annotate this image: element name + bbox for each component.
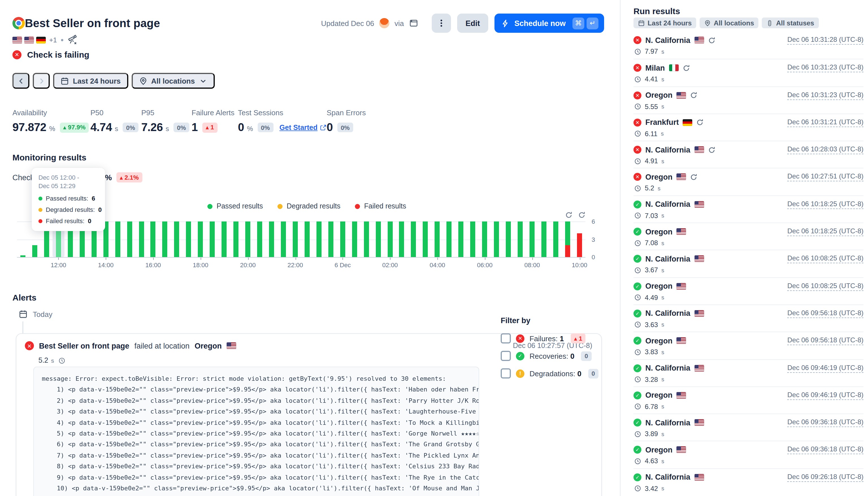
run-result-row[interactable]: ✓ N. California Dec 06 09:36:18 (UTC-8) … [634,414,864,441]
chart-bar-slot[interactable] [408,221,420,257]
run-timestamp-link[interactable]: Dec 06 10:18:25 (UTC-8) [788,227,864,236]
chart-bar-slot[interactable] [337,221,348,257]
run-timestamp-link[interactable]: Dec 06 10:27:51 (UTC-8) [788,173,864,182]
chart-bar-slot[interactable] [348,221,360,257]
chart-bar-slot[interactable] [360,221,372,257]
run-result-row[interactable]: ✕ Oregon Dec 06 10:27:51 (UTC-8) 5.2 s [634,168,864,196]
run-result-row[interactable]: ✕ Milan Dec 06 10:31:23 (UTC-8) 4.41 s [634,59,864,87]
run-result-row[interactable]: ✕ N. California Dec 06 10:28:03 (UTC-8) … [634,141,864,168]
run-timestamp-link[interactable]: Dec 06 09:26:18 (UTC-8) [788,473,864,482]
chart-bar-slot[interactable] [135,221,147,257]
get-started-link[interactable]: Get Started [279,123,327,131]
locations-filter-button[interactable]: All locations [131,73,215,89]
chart-bar-slot[interactable] [467,221,479,257]
chart-bar-slot[interactable] [455,221,467,257]
previous-range-button[interactable] [12,73,29,89]
chart-bar-slot[interactable] [562,221,574,257]
passed-status-icon: ✓ [634,364,641,372]
run-result-row[interactable]: ✓ Oregon Dec 06 09:46:19 (UTC-8) 6.78 s [634,386,864,414]
passed-status-icon: ✓ [634,201,641,208]
chart-bar-slot[interactable] [396,221,408,257]
run-timestamp-link[interactable]: Dec 06 10:31:23 (UTC-8) [788,64,864,73]
run-timestamp-link[interactable]: Dec 06 09:56:18 (UTC-8) [788,337,864,345]
run-duration: 3.89 [645,430,658,438]
chart-bar-slot[interactable] [159,221,171,257]
chart-bar-slot[interactable] [301,221,313,257]
run-location: Oregon [645,391,672,400]
chart-bar-slot[interactable] [289,221,301,257]
edit-button[interactable]: Edit [457,14,488,33]
chart-bar-slot[interactable] [242,221,254,257]
chart-bar-slot[interactable] [574,221,586,257]
chart-bar-slot[interactable] [443,221,455,257]
chart-bar-slot[interactable] [538,221,550,257]
chart-bar-slot[interactable] [325,221,337,257]
chart-bar-slot[interactable] [372,221,384,257]
run-result-row[interactable]: ✓ Oregon Dec 06 10:08:25 (UTC-8) 4.49 s [634,277,864,305]
run-result-row[interactable]: ✓ Oregon Dec 06 09:36:18 (UTC-8) 4.63 s [634,441,864,468]
chart-bar-slot[interactable] [195,221,206,257]
chart-bar-slot[interactable] [479,221,491,257]
run-timestamp-link[interactable]: Dec 06 10:31:21 (UTC-8) [788,118,864,127]
refresh-icon[interactable] [578,211,586,219]
chart-bar-slot[interactable] [206,221,218,257]
run-timestamp-link[interactable]: Dec 06 10:31:28 (UTC-8) [788,35,864,45]
schedule-now-button[interactable]: Schedule now ⌘↵ [494,14,604,33]
chart-bar-slot[interactable] [491,221,502,257]
run-timestamp-link[interactable]: Dec 06 10:28:03 (UTC-8) [788,145,864,154]
chart-bar-slot[interactable] [266,221,277,257]
run-timestamp-link[interactable]: Dec 06 10:08:25 (UTC-8) [788,282,864,291]
run-result-row[interactable]: ✓ N. California Dec 06 10:08:25 (UTC-8) … [634,250,864,277]
run-result-row[interactable]: ✓ N. California Dec 06 09:56:18 (UTC-8) … [634,305,864,332]
run-result-row[interactable]: ✓ N. California Dec 06 09:26:18 (UTC-8) … [634,468,864,496]
chart-bar-slot[interactable] [550,221,562,257]
chart-bar-slot[interactable] [502,221,514,257]
run-result-row[interactable]: ✓ Oregon Dec 06 10:18:25 (UTC-8) 7.08 s [634,222,864,250]
chart-bar-slot[interactable] [171,221,183,257]
retry-icon [690,173,697,181]
filter-item-degradations: ! Degradations: 0 0 [501,368,599,378]
run-result-row[interactable]: ✕ Oregon Dec 06 10:31:23 (UTC-8) 5.55 s [634,86,864,113]
run-result-row[interactable]: ✓ N. California Dec 06 09:46:19 (UTC-8) … [634,359,864,386]
run-timestamp-link[interactable]: Dec 06 10:31:23 (UTC-8) [788,91,864,100]
chart-bar-slot[interactable] [123,221,135,257]
chart-bar-slot[interactable] [313,221,325,257]
checkbox[interactable] [501,368,511,378]
more-options-button[interactable] [432,14,451,33]
chart-bar-slot[interactable] [230,221,242,257]
run-result-row[interactable]: ✓ N. California Dec 06 10:18:25 (UTC-8) … [634,196,864,223]
run-timestamp-link[interactable]: Dec 06 09:56:18 (UTC-8) [788,309,864,318]
chart-bar-slot[interactable] [254,221,266,257]
run-timestamp-link[interactable]: Dec 06 09:36:18 (UTC-8) [788,446,864,454]
run-filter-pill[interactable]: All locations [700,17,759,28]
run-result-row[interactable]: ✕ N. California Dec 06 10:31:28 (UTC-8) … [634,32,864,59]
run-timestamp-link[interactable]: Dec 06 10:18:25 (UTC-8) [788,200,864,209]
chart-bar-slot[interactable] [277,221,289,257]
time-range-button[interactable]: Last 24 hours [53,73,128,89]
chart-bar-slot[interactable] [514,221,526,257]
chart-bar-slot[interactable] [183,221,195,257]
run-timestamp-link[interactable]: Dec 06 09:36:18 (UTC-8) [788,418,864,427]
run-timestamp-link[interactable]: Dec 06 09:46:19 (UTC-8) [788,391,864,400]
us-flag-icon [677,228,686,235]
chart-bar-slot[interactable] [147,221,159,257]
checkbox[interactable] [501,351,511,361]
chart-bar-slot[interactable] [526,221,538,257]
refresh-icon[interactable] [565,211,572,219]
checkbox[interactable] [501,333,511,343]
run-timestamp-link[interactable]: Dec 06 09:46:19 (UTC-8) [788,363,864,373]
alert-duration-value: 5.2 [38,356,48,365]
run-timestamp-link[interactable]: Dec 06 10:08:25 (UTC-8) [788,254,864,264]
chart-bar-slot[interactable] [218,221,230,257]
chart-bar-slot[interactable] [112,221,123,257]
chart-bar-slot[interactable] [17,221,29,257]
run-filter-pill[interactable]: Last 24 hours [634,17,696,28]
chart-bar-slot[interactable] [432,221,443,257]
run-location: Oregon [645,446,672,454]
run-filter-pill[interactable]: All statuses [762,17,819,28]
chart-bar-slot[interactable] [420,221,432,257]
chart-bar-slot[interactable] [384,221,396,257]
next-range-button[interactable] [33,73,50,89]
run-result-row[interactable]: ✓ Oregon Dec 06 09:56:18 (UTC-8) 3.83 s [634,332,864,359]
run-result-row[interactable]: ✕ Frankfurt Dec 06 10:31:21 (UTC-8) 6.11… [634,113,864,141]
